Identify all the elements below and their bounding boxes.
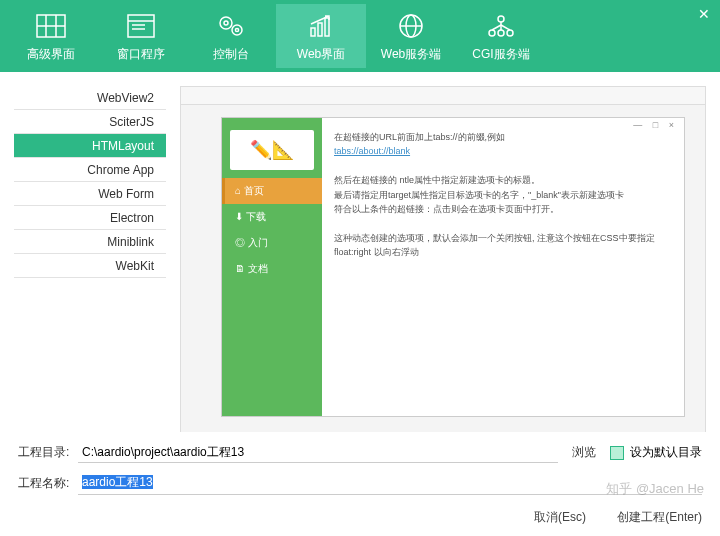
svg-point-20 [498, 30, 504, 36]
preview-logo: ✏️📐 [230, 130, 314, 170]
preview-menu-docs: 🗎 文档 [222, 256, 322, 282]
preview-window: — □ × ✏️📐 ⌂ 首页 ⬇ 下载 ◎ 入门 🗎 文档 在超链接的URL前面… [221, 117, 685, 417]
preview-toolbar [181, 87, 705, 105]
project-form: 工程目录: 浏览 设为默认目录 工程名称: aardio工程13 取消(Esc)… [0, 432, 720, 536]
set-default-label: 设为默认目录 [630, 444, 702, 461]
side-item-electron[interactable]: Electron [14, 206, 166, 230]
tab-web-server[interactable]: Web服务端 [366, 4, 456, 68]
tab-label: Web服务端 [381, 46, 441, 63]
browse-button[interactable]: 浏览 [572, 444, 596, 461]
preview-menu-intro: ◎ 入门 [222, 230, 322, 256]
svg-point-9 [224, 21, 228, 25]
chart-icon [305, 10, 337, 42]
svg-line-24 [501, 25, 510, 30]
name-label: 工程名称: [18, 475, 78, 492]
tab-label: 窗口程序 [117, 46, 165, 63]
close-icon[interactable]: ✕ [698, 6, 710, 22]
svg-point-10 [232, 25, 242, 35]
tab-advanced-ui[interactable]: 高级界面 [6, 4, 96, 68]
preview-sidebar: ✏️📐 ⌂ 首页 ⬇ 下载 ◎ 入门 🗎 文档 [222, 118, 322, 416]
side-item-webform[interactable]: Web Form [14, 182, 166, 206]
category-tabbar: 高级界面 窗口程序 控制台 Web界面 Web服务端 CGI服务端 ✕ [0, 0, 720, 72]
side-item-sciterjs[interactable]: SciterJS [14, 110, 166, 134]
dir-label: 工程目录: [18, 444, 78, 461]
gears-icon [215, 10, 247, 42]
svg-rect-14 [325, 18, 329, 36]
svg-rect-12 [311, 28, 315, 36]
svg-rect-13 [318, 23, 322, 36]
preview-content: 在超链接的URL前面加上tabs://的前缀,例如 tabs://about:/… [322, 118, 684, 416]
preview-menu-home: ⌂ 首页 [222, 178, 322, 204]
window-icon [125, 10, 157, 42]
side-item-webview2[interactable]: WebView2 [14, 86, 166, 110]
network-icon [485, 10, 517, 42]
project-name-input[interactable]: aardio工程13 [78, 471, 702, 495]
side-item-htmlayout[interactable]: HTMLayout [14, 134, 166, 158]
svg-point-11 [235, 28, 238, 31]
svg-point-8 [220, 17, 232, 29]
create-button[interactable]: 创建工程(Enter) [617, 510, 702, 524]
project-dir-input[interactable] [78, 442, 558, 463]
svg-point-19 [489, 30, 495, 36]
tab-window-app[interactable]: 窗口程序 [96, 4, 186, 68]
template-preview: — □ × ✏️📐 ⌂ 首页 ⬇ 下载 ◎ 入门 🗎 文档 在超链接的URL前面… [180, 86, 706, 438]
tab-label: 高级界面 [27, 46, 75, 63]
side-item-webkit[interactable]: WebKit [14, 254, 166, 278]
tab-cgi-server[interactable]: CGI服务端 [456, 4, 546, 68]
grid-icon [35, 10, 67, 42]
cancel-button[interactable]: 取消(Esc) [534, 510, 586, 524]
set-default-checkbox[interactable] [610, 446, 624, 460]
preview-menu-download: ⬇ 下载 [222, 204, 322, 230]
tab-console[interactable]: 控制台 [186, 4, 276, 68]
svg-point-18 [498, 16, 504, 22]
window-controls-icon: — □ × [633, 120, 678, 130]
preview-link: tabs://about://blank [334, 146, 410, 156]
svg-rect-4 [128, 15, 154, 37]
tab-label: 控制台 [213, 46, 249, 63]
side-item-miniblink[interactable]: Miniblink [14, 230, 166, 254]
svg-point-21 [507, 30, 513, 36]
side-item-chromeapp[interactable]: Chrome App [14, 158, 166, 182]
globe-icon [395, 10, 427, 42]
svg-line-23 [492, 25, 501, 30]
tab-web-ui[interactable]: Web界面 [276, 4, 366, 68]
tab-label: CGI服务端 [472, 46, 529, 63]
tab-label: Web界面 [297, 46, 345, 63]
template-list: WebView2 SciterJS HTMLayout Chrome App W… [0, 72, 180, 438]
